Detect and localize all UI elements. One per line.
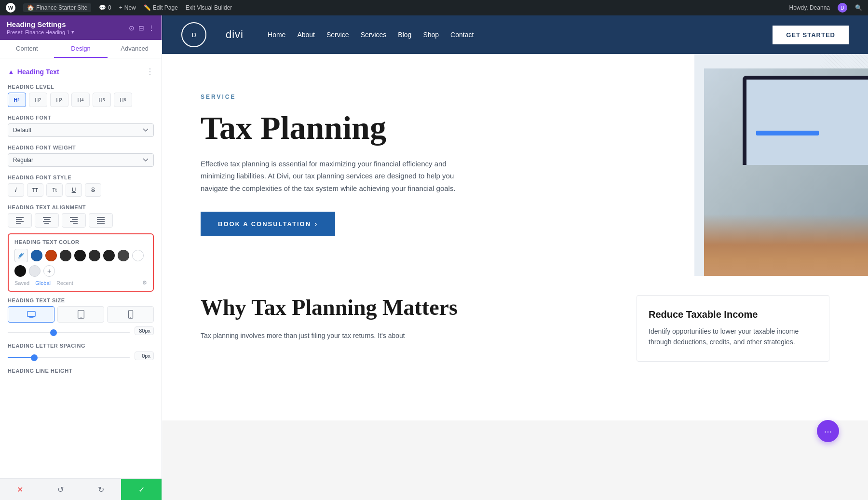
heading-font-style-label: Heading Font Style xyxy=(8,175,154,180)
panel-preset: Preset: Finance Heading 1 ▾ xyxy=(7,29,74,35)
info-card: Reduce Taxable Income Identify opportuni… xyxy=(637,295,829,362)
tab-content[interactable]: Content xyxy=(0,40,54,58)
nav-about[interactable]: About xyxy=(297,31,315,39)
nav-cta-button[interactable]: GET STARTED xyxy=(773,26,849,44)
heading-text-alignment-group: Heading Text Alignment xyxy=(0,202,162,230)
svg-rect-10 xyxy=(70,221,78,222)
redo-button[interactable]: ↻ xyxy=(81,479,122,500)
heading-h3-btn[interactable]: H3 xyxy=(50,93,68,107)
hero-service-label: SERVICE xyxy=(201,94,665,100)
section-more-icon[interactable]: ⋮ xyxy=(146,67,154,76)
site-logo-text: divi xyxy=(226,28,244,41)
desktop-size-btn[interactable] xyxy=(8,306,54,323)
letter-spacing-slider[interactable] xyxy=(8,357,130,358)
svg-rect-6 xyxy=(43,221,51,222)
edit-page-label: Edit Page xyxy=(153,4,178,11)
site-name[interactable]: 🏠 Finance Starter Site xyxy=(23,3,91,12)
text-size-value[interactable]: 80px xyxy=(135,326,154,335)
capitalize-btn[interactable]: Tt xyxy=(46,183,63,197)
svg-rect-13 xyxy=(97,219,105,220)
heading-font-weight-select[interactable]: Regular xyxy=(8,153,154,167)
swatch-blue[interactable] xyxy=(31,250,42,261)
color-settings-icon[interactable]: ⚙ xyxy=(142,280,147,286)
fab-button[interactable]: ··· xyxy=(817,420,839,442)
swatch-add[interactable]: + xyxy=(43,265,55,277)
heading-level-group: Heading Level H1 H2 H3 H4 H5 H6 xyxy=(0,81,162,110)
hero-cta-button[interactable]: BOOK A CONSULTATION › xyxy=(201,212,335,236)
letter-spacing-value[interactable]: 0px xyxy=(135,351,154,360)
swatch-dark-gray-1[interactable] xyxy=(60,250,71,261)
recent-tab[interactable]: Recent xyxy=(56,280,73,286)
svg-rect-18 xyxy=(30,317,32,318)
new-button-bar[interactable]: + New xyxy=(119,4,136,11)
saved-tab[interactable]: Saved xyxy=(14,280,29,286)
nav-service[interactable]: Service xyxy=(326,31,349,39)
text-size-slider-row: 80px xyxy=(8,326,154,335)
svg-point-21 xyxy=(81,317,81,318)
italic-btn[interactable]: I xyxy=(8,183,24,197)
sidebar-panel: Heading Settings Preset: Finance Heading… xyxy=(0,15,162,500)
swatch-black[interactable] xyxy=(14,265,26,277)
focus-mode-icon[interactable]: ⊙ xyxy=(129,24,135,32)
swatch-light-gray[interactable] xyxy=(29,265,41,277)
color-picker-eyedropper[interactable] xyxy=(14,249,28,262)
tablet-size-btn[interactable] xyxy=(57,306,104,323)
font-style-buttons: I TT Tt U S xyxy=(8,183,154,197)
nav-shop[interactable]: Shop xyxy=(423,31,439,39)
nav-home[interactable]: Home xyxy=(268,31,285,39)
mobile-size-btn[interactable] xyxy=(107,306,154,323)
tab-advanced[interactable]: Advanced xyxy=(108,40,162,58)
align-left-btn[interactable] xyxy=(8,213,32,228)
swatch-dark-1[interactable] xyxy=(103,250,115,261)
heading-line-height-label: Heading Line Height xyxy=(8,368,154,374)
svg-rect-19 xyxy=(29,317,33,318)
cancel-button[interactable]: ✕ xyxy=(0,479,41,500)
nav-services[interactable]: Services xyxy=(361,31,387,39)
exit-builder-button-bar[interactable]: Exit Visual Builder xyxy=(186,4,232,11)
align-justify-btn[interactable] xyxy=(89,213,113,228)
heading-font-group: Heading Font Default xyxy=(0,112,162,140)
heading-h5-btn[interactable]: H5 xyxy=(93,93,111,107)
comment-icon-bar[interactable]: 💬 0 xyxy=(99,4,111,11)
heading-h1-btn[interactable]: H1 xyxy=(8,93,26,107)
align-center-btn[interactable] xyxy=(35,213,59,228)
swatch-dark-2[interactable] xyxy=(118,250,129,261)
edit-page-button-bar[interactable]: ✏️ Edit Page xyxy=(144,4,178,11)
tab-design[interactable]: Design xyxy=(54,40,108,58)
svg-rect-2 xyxy=(16,221,24,222)
svg-rect-17 xyxy=(27,311,35,317)
hero-description: Effective tax planning is essential for … xyxy=(201,158,471,195)
swatch-white[interactable] xyxy=(132,250,144,261)
bottom-left-content: Why Tax Planning Matters Tax planning in… xyxy=(201,295,617,401)
nav-contact[interactable]: Contact xyxy=(450,31,474,39)
swatch-near-black[interactable] xyxy=(74,250,86,261)
heading-font-select[interactable]: Default xyxy=(8,123,154,137)
heading-letter-spacing-label: Heading Letter Spacing xyxy=(8,343,154,349)
align-right-btn[interactable] xyxy=(62,213,86,228)
admin-bar: W 🏠 Finance Starter Site 💬 0 + New ✏️ Ed… xyxy=(0,0,868,15)
responsive-size-buttons xyxy=(8,306,154,323)
section-title: ▲ Heading Text xyxy=(8,68,59,76)
section-actions: ⋮ xyxy=(146,67,154,76)
heading-h2-btn[interactable]: H2 xyxy=(29,93,47,107)
svg-rect-3 xyxy=(16,223,21,224)
search-bar-icon[interactable]: 🔍 xyxy=(855,4,862,11)
collapse-icon[interactable]: ▲ xyxy=(8,68,14,76)
more-options-icon[interactable]: ⋮ xyxy=(148,24,155,32)
global-tab[interactable]: Global xyxy=(35,280,51,286)
heading-h4-btn[interactable]: H4 xyxy=(71,93,90,107)
text-size-slider[interactable] xyxy=(8,332,130,333)
split-view-icon[interactable]: ⊟ xyxy=(138,24,144,32)
undo-button[interactable]: ↺ xyxy=(41,479,81,500)
uppercase-btn[interactable]: TT xyxy=(27,183,43,197)
heading-level-label: Heading Level xyxy=(8,84,154,90)
user-avatar[interactable]: D xyxy=(838,3,847,13)
swatch-orange[interactable] xyxy=(45,250,57,261)
swatch-dark-gray-2[interactable] xyxy=(89,250,100,261)
strikethrough-btn[interactable]: S xyxy=(85,183,101,197)
nav-blog[interactable]: Blog xyxy=(398,31,411,39)
heading-h6-btn[interactable]: H6 xyxy=(114,93,132,107)
underline-btn[interactable]: U xyxy=(66,183,82,197)
save-button[interactable]: ✓ xyxy=(121,479,162,500)
wordpress-logo[interactable]: W xyxy=(6,3,15,13)
